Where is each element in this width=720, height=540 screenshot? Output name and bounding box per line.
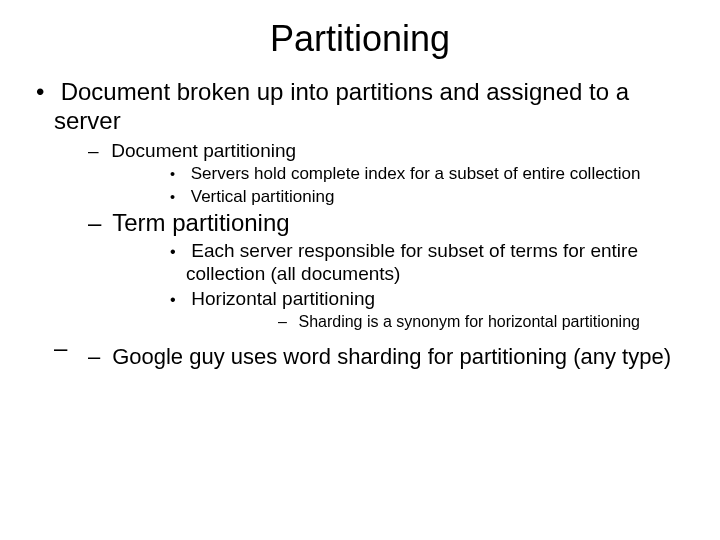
bullet-l3: Servers hold complete index for a subset…	[106, 164, 692, 184]
bullet-list-l4: Sharding is a synonym for horizontal par…	[186, 312, 692, 332]
bullet-l2: Term partitioning Each server responsibl…	[54, 209, 692, 332]
bullet-l3: Horizontal partitioning Sharding is a sy…	[106, 288, 692, 333]
bullet-l3-text: Each server responsible for subset of te…	[186, 240, 638, 284]
bullet-l4-text: Sharding is a synonym for horizontal par…	[298, 313, 640, 330]
bullet-l2-text: Document partitioning	[111, 140, 296, 161]
bullet-list: Document broken up into partitions and a…	[28, 78, 692, 371]
bullet-l2: Document partitioning Servers hold compl…	[54, 140, 692, 208]
bullet-l3: Vertical partitioning	[106, 187, 692, 207]
bullet-list-l3: Servers hold complete index for a subset…	[106, 164, 692, 207]
bullet-l1: Document broken up into partitions and a…	[28, 78, 692, 371]
slide: Partitioning Document broken up into par…	[0, 0, 720, 540]
bullet-l2-text: Term partitioning	[112, 209, 289, 236]
slide-title: Partitioning	[28, 18, 692, 60]
bullet-l3: Each server responsible for subset of te…	[106, 240, 692, 286]
bullet-l4: Sharding is a synonym for horizontal par…	[186, 312, 692, 332]
spacer	[54, 334, 692, 342]
bullet-l1-text: Document broken up into partitions and a…	[54, 78, 629, 134]
bullet-l3-text: Vertical partitioning	[191, 187, 335, 206]
bullet-list-l3: Each server responsible for subset of te…	[106, 240, 692, 332]
bullet-list-l2: Document partitioning Servers hold compl…	[54, 140, 692, 371]
bullet-l2-text: Google guy uses word sharding for partit…	[112, 344, 671, 369]
bullet-l3-text: Horizontal partitioning	[191, 288, 375, 309]
bullet-l3-text: Servers hold complete index for a subset…	[191, 164, 641, 183]
bullet-l2: Google guy uses word sharding for partit…	[54, 344, 692, 370]
